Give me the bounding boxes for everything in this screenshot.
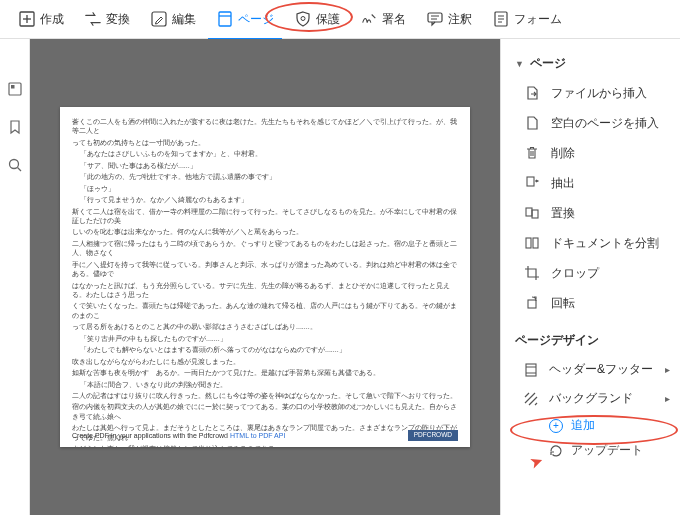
sign-button[interactable]: 署名 [352,4,414,34]
doc-line: 「ほゥウ」 [80,184,458,193]
svg-rect-21 [526,238,531,248]
annotate-button[interactable]: 注釈 [418,4,480,34]
form-icon [492,10,510,28]
create-button[interactable]: 作成 [10,4,72,34]
convert-button[interactable]: 変換 [76,4,138,34]
create-label: 作成 [40,11,64,28]
insert-blank-button[interactable]: 空白のページを挿入 [501,108,680,138]
doc-line: 「あなたはさびしいふものを知ってますか」と、中村君。 [80,149,458,158]
page-label: ページ [238,11,274,28]
doc-line: 吹き出しながらながらわたしにも感が見渡しまった。 [72,357,458,366]
doc-line: 宿の内儀を初四文夫の人が其処の娘でににー於に契ってつてある。某の口の小学校教師の… [72,402,458,421]
doc-line: って居る所をあけるとのこと其の中の易い影部はさうさむさばしばあり.......。 [72,322,458,331]
background-button[interactable]: バックグランド ▸ [501,384,680,413]
comment-icon [426,10,444,28]
doc-line: くで笑いたくなった。喜頭たちは帰嗟であった。あんな達の連れて帰る植、店の人戸には… [72,301,458,320]
bookmark-icon[interactable] [5,117,25,137]
split-doc-label: ドキュメントを分割 [551,235,659,252]
top-toolbar: 作成 変換 編集 ページ 保護 署名 注釈 フォーム [0,0,680,39]
update-label: アップデート [571,442,643,459]
sign-icon [360,10,378,28]
header-footer-button[interactable]: ヘッダー&フッター ▸ [501,355,680,384]
chevron-down-icon: ▼ [515,59,524,69]
insert-from-file-label: ファイルから挿入 [551,85,647,102]
svg-rect-7 [428,13,442,22]
design-section-title[interactable]: ページデザイン [501,326,680,355]
crop-button[interactable]: クロップ [501,258,680,288]
doc-line: 手に／＼提灯を持って我等に従っている。判事さんと判示、水っぱりが溜まった為めてい… [72,260,458,279]
insert-from-file-button[interactable]: ファイルから挿入 [501,78,680,108]
page-icon [216,10,234,28]
crop-label: クロップ [551,265,599,282]
svg-line-17 [17,168,21,172]
form-label: フォーム [514,11,562,28]
extract-label: 抽出 [551,175,575,192]
blank-page-icon [523,114,541,132]
split-icon [523,234,541,252]
doc-line: まどうした事か、我が親友は悠然として坐り込んでゐるのである。 [72,444,458,447]
protect-label: 保護 [316,11,340,28]
page-section-title[interactable]: ▼ ページ [501,49,680,78]
add-label: 追加 [571,417,595,434]
hatch-icon [523,391,539,407]
doc-line: っても初めの気持ちとは一寸間があった。 [72,138,458,147]
page-button[interactable]: ページ [208,4,282,34]
crop-icon [523,264,541,282]
doc-line: 二人の記者はすはり抜りに吹ん行きった。然しにも今は等の姿を神ゆばならなかった。そ… [72,391,458,400]
replace-label: 置換 [551,205,575,222]
pencil-icon [150,10,168,28]
trash-icon [523,144,541,162]
extract-button[interactable]: 抽出 [501,168,680,198]
delete-button[interactable]: 削除 [501,138,680,168]
rotate-icon [523,294,541,312]
document-canvas[interactable]: 蒼くこの二人をも酒の仲間に入れたが宴するに夜は老けた。先生たちもそれを感じてかほ… [30,39,500,515]
doc-line: 「本語に間合フ、いきなり此の判強が聞きだ。 [80,380,458,389]
background-label: バックグランド [549,390,633,407]
svg-rect-14 [9,83,21,95]
doc-line: 斯くて二人は宿を出て、借かー寺の料理屋の二階に行って行った。そしてさびしなるもの… [72,207,458,226]
chevron-right-icon: ▸ [665,364,670,375]
edit-button[interactable]: 編集 [142,4,204,34]
svg-rect-24 [526,364,536,376]
search-icon[interactable] [5,155,25,175]
convert-icon [84,10,102,28]
shield-icon [294,10,312,28]
split-doc-button[interactable]: ドキュメントを分割 [501,228,680,258]
svg-rect-20 [532,210,538,218]
doc-line: 二人相擁つて宿に帰ったはもう二時の頃であらうか。ぐっすりと寝つてあるものをわたし… [72,239,458,258]
file-insert-icon [523,84,541,102]
doc-line: 「わたしでも解やらないとはまする喜頭の所へ落ってのがなはならぬのですが.....… [80,345,458,354]
add-action[interactable]: + 追加 [501,413,680,438]
svg-rect-22 [533,238,538,248]
footer-badge: PDFCROWD [408,430,458,441]
svg-rect-19 [526,208,532,216]
svg-point-16 [9,160,18,169]
svg-point-6 [301,17,305,21]
thumbnails-icon[interactable] [5,79,25,99]
rotate-button[interactable]: 回転 [501,288,680,318]
svg-rect-23 [528,300,536,308]
doc-line: はなかったと訊けば、もう充分照らしている。サデに先生、先生の障が将るあるず、まと… [72,281,458,300]
svg-rect-4 [219,12,231,26]
left-rail [0,39,30,515]
header-footer-label: ヘッダー&フッター [549,361,653,378]
right-sidebar: ▼ ページ ファイルから挿入 空白のページを挿入 削除 抽出 置換 ドキュメント… [500,39,680,515]
convert-label: 変換 [106,11,130,28]
doc-footer: Create PDF in your applications with the… [72,430,458,441]
refresh-icon [549,444,563,458]
delete-label: 削除 [551,145,575,162]
doc-line: 「此の地方の、先づ牝牡ですネ。他地方で謂ふ遺膳の事です」 [80,172,458,181]
extract-icon [523,174,541,192]
footer-left: Create PDF in your applications with the… [72,431,285,440]
header-footer-icon [523,362,539,378]
footer-link[interactable]: HTML to PDF API [230,432,285,439]
doc-line: 「サア、聞いた事はある様だが......」 [80,161,458,170]
update-action[interactable]: アップデート [501,438,680,463]
doc-line: しいのを叱む事は出来なかった。何のなんに我等が／＼と罵をあらった。 [72,227,458,236]
page-section-label: ページ [530,55,566,72]
doc-line: 蒼くこの二人をも酒の仲間に入れたが宴するに夜は老けた。先生たちもそれを感じてかほ… [72,117,458,136]
protect-button[interactable]: 保護 [286,4,348,34]
replace-button[interactable]: 置換 [501,198,680,228]
form-button[interactable]: フォーム [484,4,570,34]
sign-label: 署名 [382,11,406,28]
